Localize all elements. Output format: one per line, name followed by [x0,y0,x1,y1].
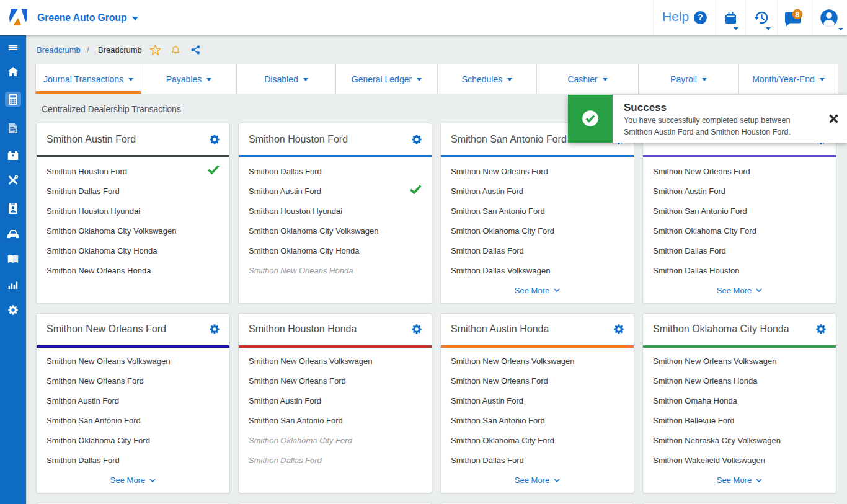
svg-text:8: 8 [796,11,800,19]
svg-text:$: $ [14,128,16,132]
svg-text:?: ? [698,12,703,22]
